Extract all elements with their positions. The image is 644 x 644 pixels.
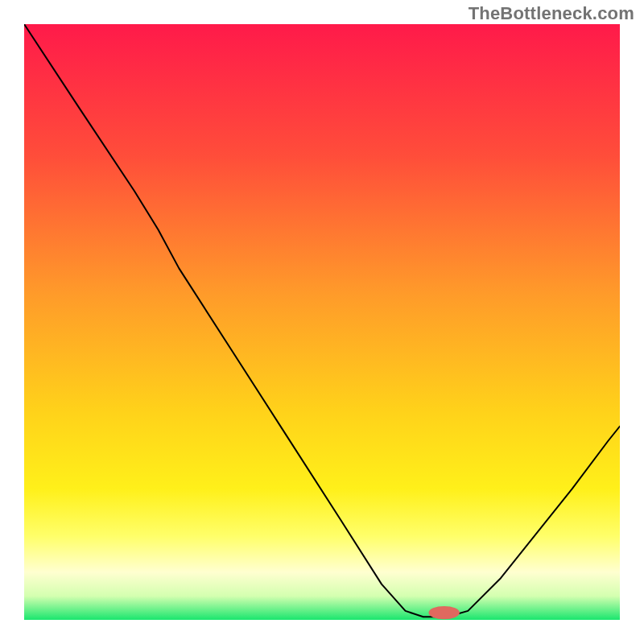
- chart-container: TheBottleneck.com: [0, 0, 644, 644]
- watermark-text: TheBottleneck.com: [469, 3, 634, 24]
- chart-area: [24, 24, 620, 620]
- optimal-marker: [428, 606, 459, 619]
- gradient-background: [24, 24, 620, 620]
- bottleneck-chart-svg: [24, 24, 620, 620]
